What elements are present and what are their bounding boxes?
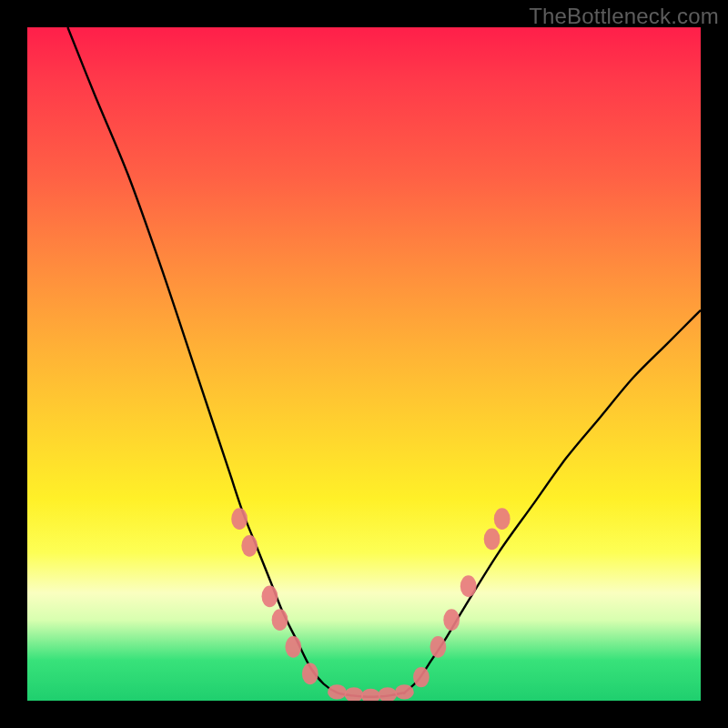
watermark-text: TheBottleneck.com (529, 4, 719, 29)
data-marker (241, 535, 258, 557)
marker-layer (231, 508, 510, 701)
data-marker (379, 687, 398, 701)
data-marker (345, 687, 364, 701)
data-marker (262, 585, 278, 607)
data-marker (494, 508, 511, 530)
data-marker (361, 689, 380, 701)
plot-area (27, 27, 701, 701)
data-marker (302, 663, 318, 685)
data-marker (443, 609, 460, 631)
chart-frame: TheBottleneck.com (0, 0, 728, 728)
data-marker (328, 684, 347, 699)
data-marker (484, 529, 500, 551)
chart-svg (27, 27, 701, 701)
curve-layer (67, 27, 701, 697)
data-marker (285, 636, 301, 658)
data-marker (231, 508, 248, 530)
bottleneck-curve (67, 27, 701, 697)
data-marker (460, 575, 477, 597)
data-marker (413, 667, 430, 687)
data-marker (430, 636, 447, 658)
data-marker (395, 684, 414, 699)
data-marker (272, 609, 288, 631)
